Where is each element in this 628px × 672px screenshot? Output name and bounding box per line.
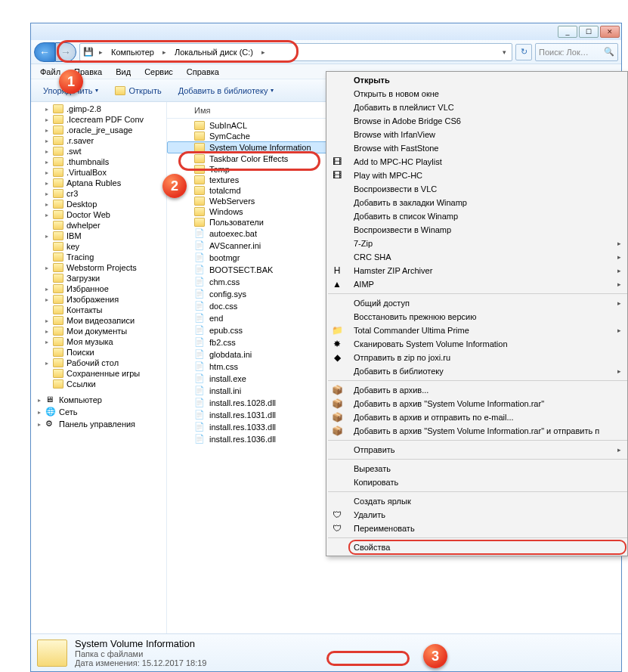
menu-файл[interactable]: Файл — [34, 66, 67, 78]
context-menu-item[interactable]: Отправить — [349, 443, 626, 457]
context-menu-item[interactable]: Browse with FastStone — [349, 141, 626, 155]
context-menu-item[interactable]: ✸Сканировать System Volume Information — [349, 337, 626, 351]
tree-item[interactable]: ▸.Icecream PDF Conv — [31, 114, 166, 125]
tree-item[interactable]: ▸Мои видеозаписи — [31, 315, 166, 326]
expand-icon[interactable]: ▸ — [43, 212, 50, 218]
expand-icon[interactable]: ▸ — [43, 317, 50, 324]
expand-icon[interactable]: ▸ — [43, 169, 50, 176]
expand-icon[interactable]: ▸ — [43, 127, 50, 134]
expand-icon[interactable]: ▸ — [36, 409, 42, 416]
context-menu-item[interactable]: Добавить в плейлист VLC — [349, 101, 626, 114]
tree-item[interactable]: Поиски — [31, 347, 166, 358]
expand-icon[interactable]: ▸ — [43, 201, 50, 208]
context-menu-item[interactable]: Browse in Adobe Bridge CS6 — [349, 114, 626, 128]
expand-icon[interactable]: ▸ — [43, 286, 50, 293]
tree-item[interactable]: Сохраненные игры — [31, 368, 166, 379]
context-menu-item[interactable]: HHamster ZIP Archiver — [349, 264, 626, 277]
tree-item[interactable]: ▸Избранное — [31, 283, 166, 294]
expand-icon[interactable]: ▸ — [43, 265, 50, 271]
minimize-button[interactable]: _ — [558, 26, 577, 38]
tree-item[interactable]: ▸IBM — [31, 231, 166, 241]
expand-icon[interactable]: ▸ — [43, 106, 50, 113]
expand-icon[interactable]: ▸ — [43, 159, 50, 166]
organize-button[interactable]: Упорядочить — [37, 84, 104, 98]
forward-button[interactable]: → — [55, 42, 76, 62]
tree-item[interactable]: ▸.oracle_jre_usage — [31, 125, 166, 135]
menu-справка[interactable]: Справка — [181, 66, 225, 78]
context-menu-item[interactable]: Вырезать — [349, 462, 626, 475]
tree-item[interactable]: Загрузки — [31, 273, 166, 283]
context-menu-item[interactable]: 🎞Add to MPC-HC Playlist — [349, 155, 626, 169]
expand-icon[interactable]: ▸ — [43, 138, 50, 144]
tree-item[interactable]: key — [31, 241, 166, 252]
context-menu-item[interactable]: Browse with IrfanView — [349, 128, 626, 141]
tree-item[interactable]: ▸Моя музыка — [31, 336, 166, 347]
context-menu-item[interactable]: Воспроизвести в VLC — [349, 182, 626, 196]
context-menu-item[interactable]: Копировать — [349, 475, 626, 489]
tree-item[interactable]: ▸.swt — [31, 146, 166, 156]
context-menu-item[interactable]: 📦Добавить в архив... — [349, 383, 626, 397]
refresh-button[interactable]: ↻ — [515, 44, 532, 60]
context-menu-item[interactable]: Восстановить прежнюю версию — [349, 310, 626, 324]
tree-pane[interactable]: ▸.gimp-2.8▸.Icecream PDF Conv▸.oracle_jr… — [31, 102, 167, 633]
context-menu-item[interactable]: Добавить в закладки Winamp — [349, 196, 626, 209]
tree-item[interactable]: Tracing — [31, 252, 166, 262]
tree-item[interactable]: ▸cr3 — [31, 188, 166, 199]
tree-item-computer[interactable]: ▸🖥Компьютер — [31, 394, 166, 406]
context-menu-item[interactable]: Открыть в новом окне — [349, 87, 626, 101]
expand-icon[interactable]: ▸ — [43, 148, 50, 155]
context-menu-item[interactable]: Добавить в библиотеку — [349, 364, 626, 378]
include-library-button[interactable]: Добавить в библиотеку — [172, 84, 280, 98]
context-menu-item[interactable]: Воспроизвести в Winamp — [349, 223, 626, 237]
menu-сервис[interactable]: Сервис — [138, 66, 179, 78]
tree-item-network[interactable]: ▸🌐Сеть — [31, 406, 166, 418]
tree-item[interactable]: ▸Рабочий стол — [31, 358, 166, 368]
context-menu-item[interactable]: CRC SHA — [349, 250, 626, 264]
open-button[interactable]: Открыть — [109, 84, 167, 98]
maximize-button[interactable]: ☐ — [579, 26, 599, 38]
tree-item[interactable]: ▸.gimp-2.8 — [31, 104, 166, 114]
tree-item[interactable]: ▸Doctor Web — [31, 209, 166, 220]
context-menu-item[interactable]: 📦Добавить в архив "System Volume Informa… — [349, 424, 626, 438]
context-menu-item[interactable]: ◆Отправить в zip по joxi.ru — [349, 351, 626, 364]
tree-item[interactable]: ▸.r.saver — [31, 135, 166, 146]
expand-icon[interactable]: ▸ — [43, 180, 50, 187]
expand-icon[interactable]: ▸ — [36, 397, 42, 404]
tree-item[interactable]: ▸.VirtualBox — [31, 167, 166, 178]
expand-icon[interactable]: ▸ — [43, 296, 50, 303]
context-menu-item[interactable]: 📁Total Commander Ultima Prime — [349, 324, 626, 337]
breadcrumb-computer[interactable]: Компьютер — [108, 48, 157, 57]
tree-item[interactable]: ▸.thumbnails — [31, 156, 166, 167]
tree-item[interactable]: Контакты — [31, 305, 166, 315]
menu-правка[interactable]: Правка — [68, 66, 108, 78]
context-menu[interactable]: ОткрытьОткрыть в новом окнеДобавить в пл… — [326, 71, 628, 556]
search-input[interactable]: Поиск: Лок… 🔍 — [535, 43, 618, 61]
back-button[interactable]: ← — [34, 42, 55, 62]
expand-icon[interactable]: ▸ — [43, 190, 50, 197]
tree-item[interactable]: ▸Desktop — [31, 199, 166, 209]
tree-item-control[interactable]: ▸⚙Панель управления — [31, 418, 166, 430]
context-menu-item[interactable]: 🎞Play with MPC-HC — [349, 169, 626, 182]
tree-item[interactable]: dwhelper — [31, 220, 166, 231]
tree-item[interactable]: ▸Мои документы — [31, 326, 166, 336]
expand-icon[interactable]: ▸ — [43, 360, 50, 367]
breadcrumb-drive-c[interactable]: Локальный диск (C:) — [172, 48, 256, 57]
tree-item[interactable]: ▸Изображения — [31, 294, 166, 305]
expand-icon[interactable]: ▸ — [43, 328, 50, 335]
address-bar[interactable]: 💾 ▸ Компьютер ▸ Локальный диск (C:) ▸ ▾ — [79, 43, 512, 61]
context-menu-item[interactable]: ▲AIMP — [349, 277, 626, 291]
tree-item[interactable]: Ссылки — [31, 379, 166, 389]
menu-вид[interactable]: Вид — [110, 66, 137, 78]
context-menu-item[interactable]: 📦Добавить в архив "System Volume Informa… — [349, 397, 626, 410]
context-menu-item[interactable]: Создать ярлык — [349, 494, 626, 508]
tree-item[interactable]: ▸Aptana Rubles — [31, 178, 166, 188]
context-menu-item[interactable]: 🛡Переименовать — [349, 522, 626, 535]
context-menu-item[interactable]: 7-Zip — [349, 237, 626, 250]
context-menu-item[interactable]: 🛡Удалить — [349, 508, 626, 522]
expand-icon[interactable]: ▸ — [36, 421, 42, 428]
expand-icon[interactable]: ▸ — [43, 116, 50, 123]
tree-item[interactable]: ▸Webstorm Projects — [31, 262, 166, 273]
context-menu-item[interactable]: Общий доступ — [349, 296, 626, 310]
chevron-down-icon[interactable]: ▾ — [500, 48, 509, 56]
close-button[interactable]: ✕ — [600, 26, 620, 38]
